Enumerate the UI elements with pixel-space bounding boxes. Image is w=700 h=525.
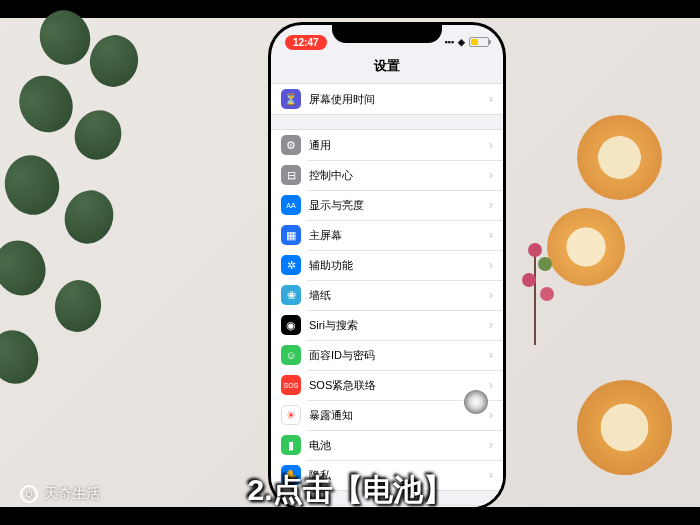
row-general[interactable]: ⚙通用› (271, 130, 503, 160)
chevron-right-icon: › (489, 288, 493, 302)
row-label: 通用 (309, 138, 489, 153)
settings-group: ⚙通用›⊟控制中心›AA显示与亮度›▦主屏幕›✲辅助功能›❀墙纸›◉Siri与搜… (271, 129, 503, 491)
row-battery[interactable]: ▮电池› (271, 430, 503, 460)
row-accessibility[interactable]: ✲辅助功能› (271, 250, 503, 280)
row-label: 主屏幕 (309, 228, 489, 243)
faceid-passcode-icon: ☺ (281, 345, 301, 365)
status-time: 12:47 (285, 35, 327, 50)
settings-list[interactable]: ⏳屏幕使用时间›⚙通用›⊟控制中心›AA显示与亮度›▦主屏幕›✲辅助功能›❀墙纸… (271, 83, 503, 507)
siri-search-icon: ◉ (281, 315, 301, 335)
row-display-brightness[interactable]: AA显示与亮度› (271, 190, 503, 220)
assistive-touch-icon (464, 390, 488, 414)
wallpaper-icon: ❀ (281, 285, 301, 305)
flowers-decor (510, 235, 560, 355)
row-wallpaper[interactable]: ❀墙纸› (271, 280, 503, 310)
citrus-slice (577, 380, 672, 475)
row-label: 控制中心 (309, 168, 489, 183)
chevron-right-icon: › (489, 92, 493, 106)
row-home-screen[interactable]: ▦主屏幕› (271, 220, 503, 250)
home-screen-icon: ▦ (281, 225, 301, 245)
chevron-right-icon: › (489, 168, 493, 182)
instruction-caption: 2.点击【电池】 (0, 470, 700, 511)
row-control-center[interactable]: ⊟控制中心› (271, 160, 503, 190)
signal-icon: ▪▪▪ (444, 37, 454, 47)
row-label: 显示与亮度 (309, 198, 489, 213)
row-faceid-passcode[interactable]: ☺面容ID与密码› (271, 340, 503, 370)
row-siri-search[interactable]: ◉Siri与搜索› (271, 310, 503, 340)
chevron-right-icon: › (489, 348, 493, 362)
row-label: 辅助功能 (309, 258, 489, 273)
row-label: 电池 (309, 438, 489, 453)
citrus-slice (577, 115, 662, 200)
chevron-right-icon: › (489, 438, 493, 452)
control-center-icon: ⊟ (281, 165, 301, 185)
settings-group: ⏳屏幕使用时间› (271, 83, 503, 115)
row-label: 面容ID与密码 (309, 348, 489, 363)
assistive-touch-button[interactable] (459, 385, 493, 419)
chevron-right-icon: › (489, 318, 493, 332)
wifi-icon: ◈ (458, 37, 465, 47)
row-label: Siri与搜索 (309, 318, 489, 333)
phone-screen: 12:47 ▪▪▪ ◈ 设置 ⏳屏幕使用时间›⚙通用›⊟控制中心›AA显示与亮度… (271, 25, 503, 507)
chevron-right-icon: › (489, 228, 493, 242)
battery-icon: ▮ (281, 435, 301, 455)
notch (332, 25, 442, 43)
general-icon: ⚙ (281, 135, 301, 155)
row-screen-time[interactable]: ⏳屏幕使用时间› (271, 84, 503, 114)
chevron-right-icon: › (489, 258, 493, 272)
page-title: 设置 (271, 55, 503, 83)
plant-decor (0, 0, 240, 500)
screen-time-icon: ⏳ (281, 89, 301, 109)
chevron-right-icon: › (489, 138, 493, 152)
chevron-right-icon: › (489, 378, 493, 392)
battery-icon (469, 37, 489, 47)
chevron-right-icon: › (489, 198, 493, 212)
row-label: 屏幕使用时间 (309, 92, 489, 107)
phone-frame: 12:47 ▪▪▪ ◈ 设置 ⏳屏幕使用时间›⚙通用›⊟控制中心›AA显示与亮度… (268, 22, 506, 510)
exposure-notifications-icon: ☀ (281, 405, 301, 425)
row-label: 墙纸 (309, 288, 489, 303)
emergency-sos-icon: SOS (281, 375, 301, 395)
display-brightness-icon: AA (281, 195, 301, 215)
accessibility-icon: ✲ (281, 255, 301, 275)
